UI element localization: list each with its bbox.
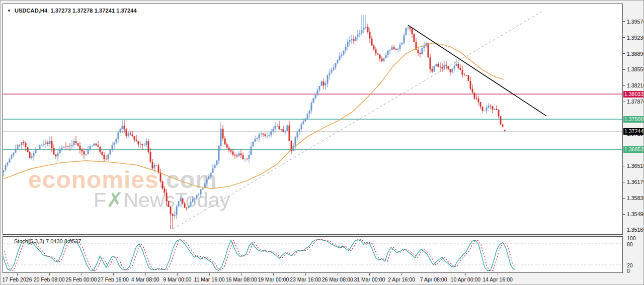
price-tick-label: 1.36510	[627, 163, 644, 169]
time-tick-label: 20 Feb 08:00	[34, 276, 65, 282]
price-tick	[623, 230, 625, 230]
time-tick-label: 27 Feb 16:00	[98, 276, 129, 282]
price-chart-canvas[interactable]	[3, 4, 622, 234]
time-tick-label: 31 Mar 00:00	[354, 276, 385, 282]
symbol-timeframe: USDCAD,H4	[15, 8, 47, 14]
chart-window: economies.com F✗NewsToday ▼USDCAD,H4 1.3…	[0, 0, 644, 285]
time-axis[interactable]: 17 Feb 202620 Feb 08:0025 Feb 00:0027 Fe…	[1, 273, 623, 284]
price-tick-label: 1.35830	[627, 195, 644, 201]
price-tick	[623, 37, 625, 38]
time-tick	[305, 273, 306, 275]
price-tick-label: 1.37870	[627, 99, 644, 105]
ohlc-readout: 1.37273 1.37278 1.37241 1.37244	[50, 8, 136, 14]
price-tick	[623, 166, 625, 166]
price-tick-label: 1.35160	[627, 227, 644, 233]
stoch-k-value: 7.0430	[46, 238, 63, 244]
time-tick-label: 10 Apr 00:00	[451, 276, 481, 282]
time-tick-label: 14 Apr 16:00	[482, 276, 513, 282]
time-tick-label: 17 Feb 2026	[3, 276, 32, 282]
stoch-d-value: 8.0537	[64, 238, 82, 244]
stoch-scale-label: 80	[627, 241, 633, 247]
stoch-scale-label: 0	[627, 268, 630, 274]
price-tick-label: 1.39230	[627, 35, 644, 41]
stochastic-label: Stoch(5,3,3) 7.0430 8.0537	[14, 238, 81, 244]
price-tick	[623, 102, 625, 102]
time-tick-label: 9 Mar 00:00	[163, 276, 191, 282]
time-tick-label: 23 Mar 16:00	[290, 276, 321, 282]
price-tick	[623, 85, 625, 86]
time-tick-label: 19 Mar 00:00	[258, 276, 289, 282]
price-tick	[623, 69, 625, 70]
time-tick	[49, 273, 50, 275]
price-chart-pane[interactable]: economies.com F✗NewsToday ▼USDCAD,H4 1.3…	[3, 4, 623, 235]
time-tick	[273, 273, 274, 275]
moving-average-line	[3, 44, 504, 189]
price-tick-label: 1.38550	[627, 66, 644, 72]
time-tick	[209, 273, 210, 275]
price-tick-label: 1.38210	[627, 82, 644, 88]
chart-title: ▼USDCAD,H4 1.37273 1.37278 1.37241 1.372…	[7, 8, 137, 14]
time-tick	[369, 273, 370, 275]
time-tick	[145, 273, 146, 275]
price-level-badge: 1.38033	[623, 91, 644, 98]
price-axis[interactable]: 1.395701.392301.388901.385501.382101.378…	[623, 1, 644, 285]
time-tick-label: 4 Mar 08:00	[131, 276, 159, 282]
time-tick-label: 25 Feb 00:00	[65, 276, 97, 282]
price-tick	[623, 198, 625, 199]
current-price-badge: 1.37244	[623, 128, 644, 135]
price-tick	[623, 182, 625, 182]
time-tick	[242, 273, 242, 275]
stoch-scale-label: 100	[627, 235, 636, 241]
stochastic-pane[interactable]: Stoch(5,3,3) 7.0430 8.0537	[3, 236, 623, 273]
price-tick-label: 1.36170	[627, 179, 644, 185]
time-tick	[338, 273, 338, 275]
time-tick	[81, 273, 82, 275]
time-tick	[17, 273, 18, 275]
price-level-badge: 1.37500	[623, 116, 644, 123]
price-tick	[623, 53, 625, 54]
time-tick-label: 26 Mar 08:00	[322, 276, 353, 282]
candles-series	[3, 15, 506, 229]
time-tick-label: 16 Mar 08:00	[226, 276, 257, 282]
trendline-descending-resistance	[408, 25, 546, 116]
time-tick	[465, 273, 466, 275]
price-tick-label: 1.35490	[627, 211, 644, 217]
time-tick-label: 2 Apr 16:00	[388, 276, 415, 282]
time-tick	[401, 273, 402, 275]
price-level-badge: 1.36853	[623, 146, 644, 153]
stochastic-canvas[interactable]	[3, 237, 622, 272]
time-tick	[177, 273, 178, 275]
trendline-ascending-support	[173, 11, 543, 229]
price-tick-label: 1.38890	[627, 51, 644, 57]
symbol-dropdown-icon: ▼	[7, 9, 11, 13]
time-tick-label: 7 Apr 08:00	[420, 276, 447, 282]
time-tick	[498, 273, 498, 275]
price-tick-label: 1.39570	[627, 19, 644, 25]
time-tick-label: 11 Mar 16:00	[194, 276, 224, 282]
time-tick	[113, 273, 114, 275]
price-tick	[623, 21, 625, 22]
time-tick	[434, 273, 434, 275]
price-tick	[623, 214, 625, 215]
